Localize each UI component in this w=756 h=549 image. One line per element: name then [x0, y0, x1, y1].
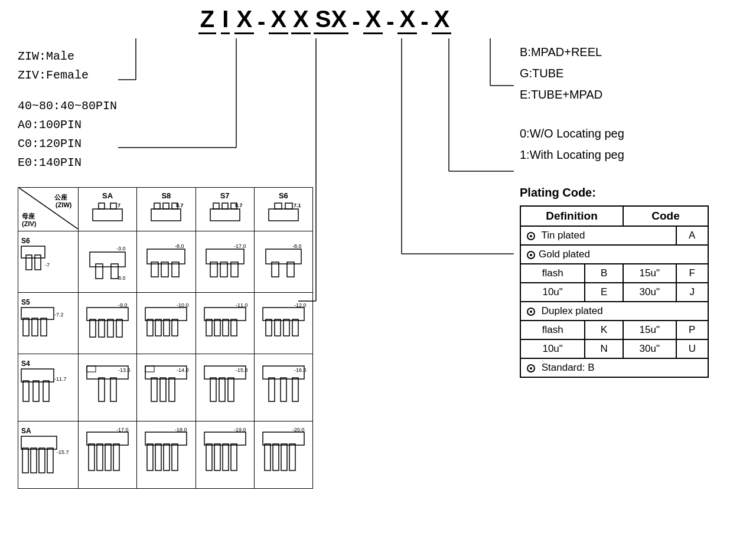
pn-dash4: -: [418, 8, 431, 34]
svg-rect-138: [265, 444, 271, 470]
pin-info: 40~80:40~80PIN A0:100PIN C0:120PIN E0:14…: [18, 97, 313, 172]
duplex-15u-label: 15u": [623, 321, 676, 339]
pn-i2: I: [221, 6, 230, 34]
gold-30u-label: 30u": [623, 283, 676, 302]
duplex-flash-label: flash: [520, 321, 585, 339]
svg-rect-122: [105, 444, 111, 470]
cell-s4-s6: -16.0: [254, 354, 312, 421]
svg-text:-17.0: -17.0: [116, 427, 129, 433]
svg-rect-104: [219, 378, 225, 401]
svg-rect-81: [275, 319, 281, 336]
gold-10u-label: 10u": [520, 283, 585, 302]
row-label-s6: S6 -7: [18, 231, 79, 293]
header-sa: SA 7: [79, 188, 137, 231]
conn-s5-sa: -9.0: [84, 299, 131, 346]
gold-10u-code: E: [585, 283, 623, 302]
gold-30u-code: J: [676, 283, 708, 302]
svg-rect-135: [231, 444, 237, 470]
conn-sa-s6: -20.0: [260, 427, 307, 481]
pn-xx2: X: [291, 6, 311, 34]
conn-s5-s7: -11.0: [201, 299, 249, 346]
svg-text:8.7: 8.7: [176, 202, 184, 208]
cell-s4-sa: -13.0: [79, 354, 137, 421]
svg-text:-16.0: -16.0: [294, 367, 307, 373]
svg-rect-127: [155, 444, 161, 470]
conn-s5-s6: -12.0: [260, 299, 307, 346]
svg-rect-121: [97, 444, 103, 470]
pn-xx1: X: [269, 6, 288, 34]
pin-40-80: 40~80:40~80PIN: [18, 97, 313, 116]
svg-text:-15.7: -15.7: [57, 449, 69, 455]
conn-s6-sa: -3.0 -8.0: [84, 237, 131, 285]
svg-text:S4: S4: [21, 360, 30, 368]
svg-rect-119: [87, 432, 128, 445]
svg-rect-103: [210, 378, 216, 401]
svg-rect-109: [281, 378, 286, 401]
cell-sa-s8: -18.0: [137, 421, 195, 489]
duplex-15u-code: P: [676, 321, 708, 339]
svg-text:-14.0: -14.0: [177, 367, 189, 373]
locating-0: 0:W/O Locating peg: [520, 123, 744, 144]
svg-rect-100: [169, 378, 175, 401]
svg-rect-134: [223, 444, 229, 470]
packaging-g: G:TUBE: [520, 63, 744, 84]
svg-text:-11.0: -11.0: [236, 302, 248, 308]
s4-row-sketch: S4 -11.7: [20, 357, 76, 416]
header-s6: S6 7.1: [254, 188, 312, 231]
svg-rect-132: [206, 444, 212, 470]
svg-rect-37: [96, 264, 103, 279]
svg-rect-19: [163, 203, 169, 209]
svg-text:-19.0: -19.0: [234, 427, 246, 433]
svg-rect-131: [204, 432, 246, 445]
svg-rect-29: [285, 203, 292, 209]
svg-rect-88: [33, 381, 39, 401]
svg-rect-74: [206, 319, 212, 336]
row-label-sa: SA -15.7: [18, 421, 79, 489]
svg-rect-34: [35, 255, 41, 270]
svg-rect-32: [21, 246, 45, 258]
header-top-text: 公座: [54, 194, 68, 201]
svg-text:-12.0: -12.0: [294, 302, 307, 308]
duplex-flash-row: flash K 15u" P: [520, 321, 708, 339]
ziw-label: ZIW:Male: [18, 47, 313, 66]
svg-rect-51: [266, 249, 301, 264]
svg-rect-137: [263, 432, 304, 445]
cell-s4-s8: -14.0: [137, 354, 195, 421]
svg-text:-13.0: -13.0: [118, 367, 131, 373]
svg-text:-8.0: -8.0: [292, 243, 302, 249]
row-label-s5: S5 -7.2: [18, 293, 79, 354]
pn-z2: Z: [198, 6, 216, 34]
svg-rect-113: [21, 436, 57, 449]
svg-rect-128: [164, 444, 170, 470]
top-area: Z Z I X - X X SX - X - X - X: [0, 6, 756, 34]
header-diag-svg: 公座 (ZIW) 母座 (ZIV): [19, 188, 78, 229]
duplex-30u-code: U: [676, 339, 708, 358]
svg-rect-65: [116, 319, 122, 337]
main-container: Z Z I X - X X SX - X - X - X: [0, 0, 756, 549]
pn-sx: SX: [314, 6, 348, 34]
packaging-e: E:TUBE+MPAD: [520, 84, 744, 105]
svg-rect-140: [281, 444, 287, 470]
cell-s4-s7: -15.0: [195, 354, 254, 421]
gold-10u-row: 10u" E 30u" J: [520, 283, 708, 302]
svg-rect-87: [23, 381, 29, 401]
duplex-30u-label: 30u": [623, 339, 676, 358]
svg-rect-75: [214, 319, 220, 336]
svg-text:S6: S6: [21, 237, 30, 245]
conn-s6-s8: -8.0: [142, 237, 190, 285]
cell-sa-s6: -20.0: [254, 421, 312, 489]
tin-plated-row: Tin plated A: [520, 226, 708, 245]
cell-s6-s7: -17.0: [195, 231, 254, 293]
svg-rect-73: [204, 308, 246, 321]
gold-flash-code: B: [585, 264, 623, 283]
svg-rect-28: [275, 203, 282, 209]
packaging-b: B:MPAD+REEL: [520, 41, 744, 63]
locating-info: 0:W/O Locating peg 1:With Locating peg: [520, 123, 744, 165]
svg-rect-36: [90, 252, 125, 267]
svg-rect-69: [155, 319, 161, 336]
s8-sketch: 8.7: [145, 200, 187, 227]
svg-rect-125: [145, 432, 187, 445]
gold-flash-label: flash: [520, 264, 585, 283]
header-bot-text: 母座: [22, 213, 35, 220]
sa-row-sketch: SA -15.7: [20, 424, 76, 483]
